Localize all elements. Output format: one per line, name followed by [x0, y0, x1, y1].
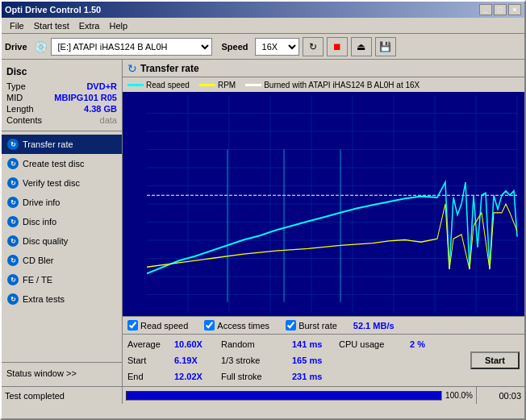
chart-title-icon: ↻	[127, 62, 137, 75]
nav-label-drive-info: Drive info	[23, 198, 60, 207]
average-value: 10.60X	[174, 339, 215, 349]
end-label: End	[127, 372, 168, 381]
disc-row-contents: Contents data	[6, 114, 117, 126]
burst-rate-value: 52.1 MB/s	[353, 321, 394, 331]
stats-row-1: Average 10.60X Random 141 ms CPU usage 2…	[127, 337, 520, 351]
nav-cd-bler[interactable]: ↻ CD Bler	[2, 251, 122, 270]
chart-title: Transfer rate	[140, 63, 199, 74]
menu-help[interactable]: Help	[104, 19, 132, 32]
disc-val-type: DVD+R	[86, 81, 117, 91]
nav-label-verify-test-disc: Verify test disc	[23, 178, 80, 188]
checkbox-access-times[interactable]: Access times	[204, 320, 269, 331]
cpu-value: 2 %	[410, 339, 442, 349]
read-speed-label: Read speed	[140, 321, 188, 331]
status-window-button[interactable]: Status window >>	[2, 362, 122, 383]
legend-label-burned: Burned with ATAPI iHAS124 B AL0H at 16X	[264, 81, 420, 89]
progress-bar-container	[126, 391, 442, 401]
disc-val-mid: MBIPG101 R05	[54, 93, 117, 102]
chart-controls: Read speed Access times Burst rate 52.1 …	[123, 316, 524, 334]
fe-te-icon: ↻	[6, 273, 19, 286]
disc-key-contents: Contents	[6, 115, 42, 125]
disc-key-type: Type	[6, 81, 26, 91]
nav-verify-test-disc[interactable]: ↻ Verify test disc	[2, 173, 122, 193]
legend-burned: Burned with ATAPI iHAS124 B AL0H at 16X	[245, 81, 420, 89]
nav-transfer-rate[interactable]: ↻ Transfer rate	[2, 135, 122, 154]
disc-key-mid: MID	[6, 93, 23, 102]
read-speed-checkbox[interactable]	[127, 320, 138, 331]
burst-rate-label: Burst rate	[298, 321, 337, 331]
start-label: Start	[127, 356, 168, 365]
disc-quality-icon: ↻	[6, 235, 19, 247]
nav-label-extra-tests: Extra tests	[23, 294, 65, 304]
chart-svg: 24 X 22 X 20 X 18 X 16 X 14 X 12 X 10 X …	[147, 95, 518, 313]
menu-starttest[interactable]: Start test	[29, 19, 74, 32]
status-window-label: Status window >>	[6, 368, 77, 378]
checkbox-burst-rate[interactable]: Burst rate	[286, 320, 337, 331]
drive-select[interactable]: [E:] ATAPI iHAS124 B AL0H	[51, 38, 212, 56]
create-test-disc-icon: ↻	[6, 157, 19, 170]
average-label: Average	[127, 339, 168, 349]
cpu-label: CPU usage	[339, 339, 403, 349]
drive-info-icon: ↻	[6, 196, 19, 209]
nav-fe-te[interactable]: ↻ FE / TE	[2, 270, 122, 289]
menu-extra[interactable]: Extra	[74, 19, 105, 32]
refresh-button[interactable]: ↻	[303, 37, 324, 56]
chart-wrapper: 24 X 22 X 20 X 18 X 16 X 14 X 12 X 10 X …	[123, 92, 524, 316]
burst-rate-checkbox[interactable]	[286, 320, 296, 331]
progress-bar-fill	[127, 392, 441, 400]
transfer-rate-icon: ↻	[6, 138, 19, 151]
nav-label-create-test-disc: Create test disc	[23, 159, 84, 168]
nav-disc-quality[interactable]: ↻ Disc quality	[2, 231, 122, 251]
end-value: 12.02X	[174, 372, 215, 381]
stats-area: Average 10.60X Random 141 ms CPU usage 2…	[123, 334, 524, 386]
sidebar: Disc Type DVD+R MID MBIPG101 R05 Length …	[2, 60, 123, 386]
start-value: 6.19X	[174, 356, 215, 365]
chart-header: ↻ Transfer rate	[123, 60, 524, 77]
stroke13-label: 1/3 stroke	[221, 356, 286, 365]
main-content: Disc Type DVD+R MID MBIPG101 R05 Length …	[2, 60, 524, 386]
drivebar: Drive 💿 [E:] ATAPI iHAS124 B AL0H Speed …	[2, 34, 524, 60]
nav-label-disc-quality: Disc quality	[23, 236, 68, 246]
nav-extra-tests[interactable]: ↻ Extra tests	[2, 289, 122, 309]
nav-drive-info[interactable]: ↻ Drive info	[2, 193, 122, 212]
cd-bler-icon: ↻	[6, 254, 19, 267]
save-button[interactable]: 💾	[375, 37, 396, 56]
disc-val-length: 4.38 GB	[84, 104, 117, 114]
nav-create-test-disc[interactable]: ↻ Create test disc	[2, 154, 122, 173]
menubar: File Start test Extra Help	[2, 18, 524, 34]
nav-label-fe-te: FE / TE	[23, 275, 52, 285]
close-button[interactable]: ×	[508, 4, 521, 15]
drive-icon: 💿	[34, 40, 48, 53]
verify-test-disc-icon: ↻	[6, 177, 19, 189]
disc-val-contents: data	[100, 115, 117, 125]
fullstroke-label: Full stroke	[221, 372, 286, 381]
nav-disc-info[interactable]: ↻ Disc info	[2, 212, 122, 231]
disc-section: Disc Type DVD+R MID MBIPG101 R05 Length …	[2, 63, 122, 131]
disc-row-mid: MID MBIPG101 R05	[6, 92, 117, 103]
fullstroke-value: 231 ms	[292, 372, 332, 381]
disc-row-length: Length 4.38 GB	[6, 103, 117, 114]
window-title: Opti Drive Control 1.50	[5, 5, 101, 15]
legend-bar: Read speed RPM Burned with ATAPI iHAS124…	[123, 77, 524, 92]
stop-button[interactable]: ⏹	[327, 37, 348, 56]
statusbar-text: Test completed	[5, 391, 65, 401]
access-times-checkbox[interactable]	[204, 320, 215, 331]
extra-tests-icon: ↻	[6, 293, 19, 306]
start-button[interactable]: Start	[470, 351, 520, 369]
legend-label-rpm: RPM	[218, 81, 236, 89]
nav-label-transfer-rate: Transfer rate	[23, 139, 73, 149]
legend-color-rpm	[199, 84, 215, 86]
menu-file[interactable]: File	[5, 19, 29, 32]
eject-button[interactable]: ⏏	[351, 37, 372, 56]
statusbar-progress: 100.0%	[123, 391, 476, 401]
disc-title: Disc	[6, 66, 117, 77]
checkbox-read-speed[interactable]: Read speed	[127, 320, 188, 331]
random-label: Random	[221, 339, 286, 349]
nav-label-disc-info: Disc info	[23, 217, 56, 227]
legend-color-read-speed	[127, 84, 144, 86]
titlebar-buttons: _ □ ×	[479, 4, 521, 15]
minimize-button[interactable]: _	[479, 4, 492, 15]
speed-select[interactable]: 16X	[255, 38, 299, 56]
maximize-button[interactable]: □	[494, 4, 507, 15]
random-value: 141 ms	[292, 339, 332, 349]
